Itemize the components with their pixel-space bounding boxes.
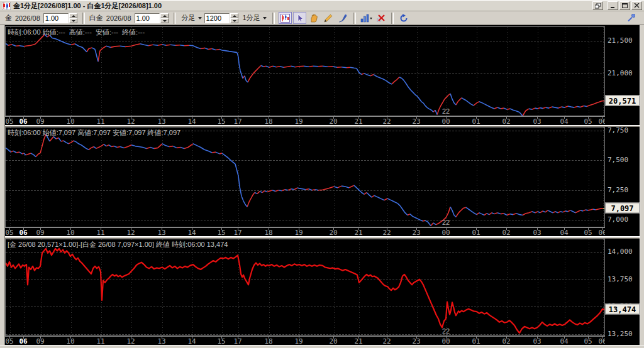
platinum-time-axis: 0506091011121314151718192021222300010203… bbox=[0, 227, 640, 236]
toolbar: 金 2026/08 1.00 白金 2026/08 1.00 分足 1200 1… bbox=[0, 11, 644, 25]
platinum-ratio-input[interactable]: 1.00 bbox=[135, 13, 160, 23]
candlestick-chart-icon bbox=[280, 14, 290, 23]
window-title: 金1分足[2026/08]1.00 - 白金1分足[2026/08]1.00 bbox=[13, 1, 162, 11]
candle-line-series bbox=[11, 134, 603, 226]
spread-last-price-box: 13,474 bbox=[605, 304, 640, 315]
refresh-icon bbox=[399, 14, 408, 23]
pan-hand-icon bbox=[309, 14, 318, 23]
minimize-button[interactable] bbox=[608, 1, 618, 10]
gold-ohlc-readout: 時刻:06:00 始値:--- 高値:--- 安値:--- 終値:--- bbox=[8, 28, 145, 37]
select-cursor-icon bbox=[296, 14, 304, 23]
platinum-label: 白金 bbox=[89, 13, 103, 23]
platinum-date-label: 22 bbox=[442, 219, 450, 226]
settings-wrench-button[interactable] bbox=[625, 12, 638, 24]
gold-date-label: 22 bbox=[442, 107, 450, 115]
refresh-button[interactable] bbox=[397, 12, 411, 24]
price-tick-label: 7,750 bbox=[608, 126, 628, 134]
maximize-button[interactable] bbox=[619, 1, 630, 10]
delete-drawing-button[interactable] bbox=[374, 12, 387, 24]
chevron-down-icon bbox=[198, 17, 202, 19]
price-series-canvas bbox=[6, 128, 606, 228]
window-bottom-border bbox=[0, 345, 644, 348]
price-tick-label: 21,000 bbox=[608, 69, 633, 77]
toolbar-separator bbox=[174, 13, 176, 24]
price-tick-label: 14,000 bbox=[608, 247, 633, 256]
price-tick-label: 13,750 bbox=[608, 275, 633, 283]
platinum-month-select[interactable]: 2026/08 bbox=[106, 14, 131, 22]
brush-tool-button[interactable] bbox=[336, 12, 350, 24]
toolbar-separator bbox=[391, 13, 394, 24]
gold-last-price-box: 20,571 bbox=[605, 95, 640, 106]
price-tick-label: 13,250 bbox=[608, 330, 633, 338]
gold-month-select[interactable]: 2026/08 bbox=[15, 14, 40, 22]
brush-icon bbox=[338, 14, 347, 23]
bar-count-spinner[interactable] bbox=[230, 13, 238, 23]
spread-price-axis: 13,474 14,00013,75013,50013,250 bbox=[605, 239, 640, 345]
spread-formula-readout: [金 26/08 20,571×1.00]-[白金 26/08 7,097×1.… bbox=[8, 240, 228, 249]
price-series-canvas bbox=[6, 239, 606, 337]
price-tick-label: 21,500 bbox=[608, 36, 633, 45]
price-series-canvas bbox=[6, 27, 606, 117]
spread-line-series bbox=[6, 249, 604, 333]
select-tool-button[interactable] bbox=[293, 12, 306, 24]
delete-drawing-icon bbox=[376, 14, 386, 23]
spread-time-axis: 0506091011121314151718192021222300010203… bbox=[0, 336, 640, 345]
candle-line-series bbox=[8, 35, 604, 116]
title-bar[interactable]: 金1分足[2026/08]1.00 - 白金1分足[2026/08]1.00 bbox=[0, 0, 644, 11]
candlestick-chart-button[interactable] bbox=[279, 12, 292, 24]
platinum-price-axis: 7,097 7,7507,5007,2507,000 bbox=[605, 127, 640, 236]
chart-region: 時刻:06:00 始値:--- 高値:--- 安値:--- 終値:--- 22 … bbox=[0, 25, 644, 348]
pan-tool-button[interactable] bbox=[308, 12, 321, 24]
chart-window: 金1分足[2026/08]1.00 - 白金1分足[2026/08]1.00 金… bbox=[0, 0, 644, 348]
toolbar-separator bbox=[82, 13, 85, 24]
gold-price-axis: 20,571 21,50021,000 bbox=[605, 26, 640, 125]
close-icon bbox=[634, 3, 640, 8]
minimize-icon bbox=[610, 3, 616, 8]
gold-time-axis: 0506091011121314151718192021222300010203… bbox=[0, 116, 640, 125]
pencil-tool-button[interactable] bbox=[322, 12, 335, 24]
platinum-ratio-spinner[interactable] bbox=[160, 13, 169, 23]
price-tick-label: 7,250 bbox=[608, 186, 628, 194]
price-tick-label: 7,500 bbox=[608, 156, 628, 164]
bar-type-dropdown[interactable]: 分足 bbox=[182, 13, 202, 23]
bar-count-input[interactable]: 1200 bbox=[204, 13, 230, 23]
toolbar-separator bbox=[272, 13, 275, 24]
gold-label: 金 bbox=[5, 13, 12, 23]
layers-icon bbox=[595, 3, 601, 9]
interval-dropdown[interactable]: 1分足 bbox=[243, 13, 267, 23]
window-left-border bbox=[0, 25, 5, 345]
platinum-chart-plot[interactable]: 時刻:06:00 始値:7,097 高値:7,097 安値:7,097 終値:7… bbox=[5, 127, 605, 227]
indicator-chart-button[interactable] bbox=[360, 12, 373, 24]
gold-ratio-input[interactable]: 1.00 bbox=[43, 13, 69, 23]
spread-date-label: 22 bbox=[442, 327, 450, 335]
candle-line-series bbox=[6, 35, 587, 116]
gold-ratio-spinner[interactable] bbox=[69, 13, 77, 23]
toolbar-separator bbox=[353, 13, 356, 24]
candlestick-window-icon bbox=[2, 2, 11, 10]
platinum-last-price-box: 7,097 bbox=[605, 203, 640, 214]
spread-chart-plot[interactable]: [金 26/08 20,571×1.00]-[白金 26/08 7,097×1.… bbox=[5, 239, 605, 336]
maximize-icon bbox=[622, 3, 628, 8]
close-button[interactable] bbox=[631, 1, 642, 10]
platinum-ohlc-readout: 時刻:06:00 始値:7,097 高値:7,097 安値:7,097 終値:7… bbox=[8, 128, 180, 138]
gold-chart-plot[interactable]: 時刻:06:00 始値:--- 高値:--- 安値:--- 終値:--- 22 bbox=[5, 26, 605, 116]
chevron-down-icon bbox=[263, 17, 267, 19]
price-tick-label: 7,000 bbox=[608, 215, 628, 224]
settings-wrench-icon bbox=[627, 14, 635, 22]
indicator-chart-icon bbox=[360, 14, 372, 23]
window-right-border bbox=[640, 25, 644, 345]
cascade-windows-button[interactable] bbox=[592, 1, 603, 10]
pencil-icon bbox=[324, 14, 333, 23]
